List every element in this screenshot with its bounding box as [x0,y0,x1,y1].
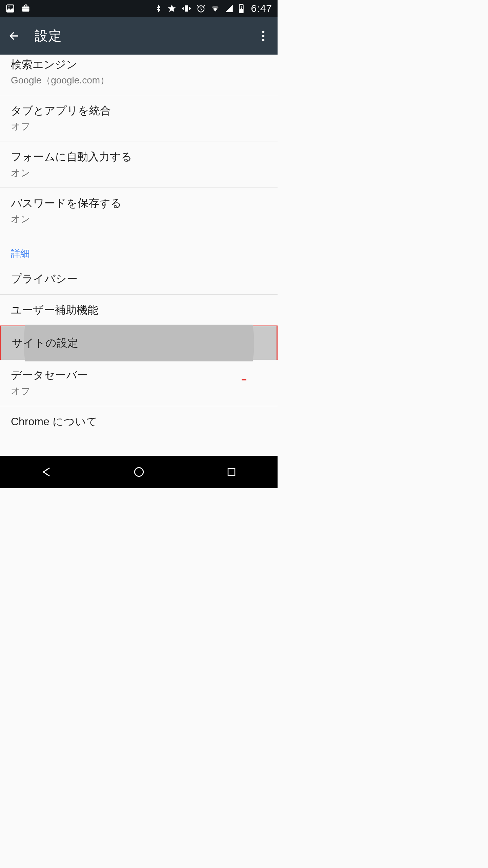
save-passwords-sub: オン [11,213,267,225]
privacy-title: プライバシー [11,272,267,286]
vibrate-icon [181,4,191,13]
nav-recents-button[interactable] [215,462,248,481]
svg-rect-12 [228,469,235,475]
overflow-menu-button[interactable] [256,28,271,43]
row-site-settings[interactable]: サイトの設定 [0,326,278,360]
cellular-icon [225,4,233,13]
row-accessibility[interactable]: ユーザー補助機能 [0,295,278,326]
accessibility-title: ユーザー補助機能 [11,303,267,317]
nav-home-button[interactable] [122,462,156,481]
autofill-forms-title: フォームに自動入力する [11,150,267,164]
merge-tabs-title: タブとアプリを統合 [11,103,267,118]
back-button[interactable] [7,28,22,43]
nav-back-button[interactable] [29,462,63,481]
svg-point-11 [135,468,143,476]
bluetooth-icon [155,4,162,13]
autofill-forms-sub: オン [11,166,267,179]
advanced-section-header: 詳細 [0,234,278,263]
image-icon [5,4,15,13]
row-about-chrome[interactable]: Chrome について [0,406,278,437]
battery-charging-icon [238,4,244,13]
site-settings-title: サイトの設定 [12,336,266,350]
svg-point-10 [262,39,265,41]
data-saver-sub: オフ [11,385,242,398]
briefcase-icon [21,4,30,13]
status-clock: 6:47 [251,3,272,14]
search-engine-title: 検索エンジン [11,57,267,72]
row-merge-tabs[interactable]: タブとアプリを統合 オフ [0,95,278,141]
data-saver-indicator-icon [242,379,246,380]
svg-point-8 [262,31,265,33]
svg-rect-6 [240,4,242,4]
row-autofill-forms[interactable]: フォームに自動入力する オン [0,141,278,188]
settings-list: 検索エンジン Google（google.com） タブとアプリを統合 オフ フ… [0,55,278,456]
page-title: 設定 [35,27,62,45]
row-privacy[interactable]: プライバシー [0,263,278,295]
save-passwords-title: パスワードを保存する [11,196,267,211]
row-search-engine[interactable]: 検索エンジン Google（google.com） [0,55,278,95]
merge-tabs-sub: オフ [11,120,267,133]
navigation-bar [0,456,278,488]
row-data-saver[interactable]: データセーバー オフ [0,360,278,406]
status-bar: 6:47 [0,0,278,17]
about-chrome-title: Chrome について [11,414,267,429]
row-save-passwords[interactable]: パスワードを保存する オン [0,188,278,234]
search-engine-sub: Google（google.com） [11,74,267,87]
app-bar: 設定 [0,17,278,55]
wifi-icon [210,4,220,13]
svg-point-1 [8,6,10,7]
data-saver-title: データセーバー [11,368,242,382]
alarm-icon [196,4,206,13]
svg-rect-2 [22,6,29,12]
svg-point-9 [262,35,265,37]
svg-rect-3 [185,5,188,12]
star-icon [167,4,177,13]
